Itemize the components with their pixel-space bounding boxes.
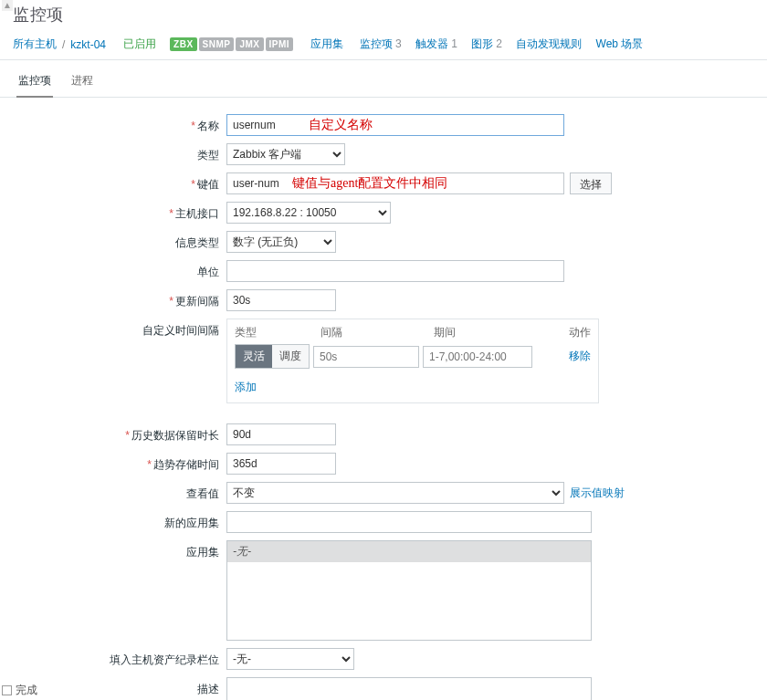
label-unit: 单位 xyxy=(197,266,219,278)
nav-items[interactable]: 监控项3 xyxy=(360,37,402,52)
label-newapp: 新的应用集 xyxy=(164,517,219,529)
history-input[interactable] xyxy=(226,423,336,445)
label-inventory: 填入主机资产纪录栏位 xyxy=(110,653,219,666)
interval-period-input[interactable] xyxy=(423,346,532,368)
description-textarea[interactable] xyxy=(226,677,592,700)
interval-remove-link[interactable]: 移除 xyxy=(569,349,591,364)
label-interface: 主机接口 xyxy=(175,207,219,220)
key-select-button[interactable]: 选择 xyxy=(570,172,612,194)
label-trends: 趋势存储时间 xyxy=(153,458,219,471)
nav-graphs[interactable]: 图形2 xyxy=(471,37,502,52)
infotype-select[interactable]: 数字 (无正负) xyxy=(226,231,336,253)
label-name: 名称 xyxy=(197,120,219,132)
footer: 完成 xyxy=(2,681,37,700)
nav-applications[interactable]: 应用集 xyxy=(310,37,346,52)
app-option-none[interactable]: -无- xyxy=(227,541,591,562)
breadcrumb-host[interactable]: kzkt-04 xyxy=(70,38,106,51)
type-select[interactable]: Zabbix 客户端 xyxy=(226,143,345,165)
nav-triggers[interactable]: 触发器1 xyxy=(415,37,457,52)
unit-input[interactable] xyxy=(226,260,564,282)
newapp-input[interactable] xyxy=(226,511,592,533)
label-history: 历史数据保留时长 xyxy=(131,429,219,442)
host-navbar: 所有主机 / kzkt-04 已启用 ZBX SNMP JMX IPMI 应用集… xyxy=(0,33,767,60)
label-type: 类型 xyxy=(197,149,219,162)
name-input[interactable] xyxy=(226,114,564,136)
trends-input[interactable] xyxy=(226,453,336,475)
interface-select[interactable]: 192.168.8.22 : 10050 xyxy=(226,202,391,224)
breadcrumb-all-hosts[interactable]: 所有主机 xyxy=(13,37,57,52)
interval-value-input[interactable] xyxy=(313,346,419,368)
applications-listbox[interactable]: -无- xyxy=(226,540,592,641)
label-showvalue: 查看值 xyxy=(186,487,219,500)
status-enabled: 已启用 xyxy=(123,37,156,52)
badge-snmp: SNMP xyxy=(199,37,235,51)
seg-scheduling[interactable]: 调度 xyxy=(272,345,309,368)
annotation-key: 键值与agent配置文件中相同 xyxy=(292,175,447,192)
label-apps: 应用集 xyxy=(186,546,219,559)
breadcrumb-sep: / xyxy=(62,38,65,51)
ih-type: 类型 xyxy=(235,325,320,340)
nav-web[interactable]: Web 场景 xyxy=(596,37,644,52)
interface-badges: ZBX SNMP JMX IPMI xyxy=(170,37,293,51)
footer-done: 完成 xyxy=(16,683,37,698)
scroll-up-icon: ▲ xyxy=(2,0,13,11)
label-description: 描述 xyxy=(197,683,219,695)
ih-interval: 间隔 xyxy=(320,325,434,340)
ih-period: 期间 xyxy=(434,325,554,340)
interval-type-segment: 灵活 调度 xyxy=(235,344,310,369)
inventory-select[interactable]: -无- xyxy=(226,648,354,670)
label-update-interval: 更新间隔 xyxy=(175,295,219,308)
ih-action: 动作 xyxy=(554,325,591,340)
page-title: 监控项 xyxy=(0,0,767,33)
label-infotype: 信息类型 xyxy=(175,236,219,249)
tab-items[interactable]: 监控项 xyxy=(16,68,53,98)
badge-jmx: JMX xyxy=(236,37,263,51)
footer-stop-icon xyxy=(2,685,12,695)
item-form: *名称 自定义名称 类型 Zabbix 客户端 *键值 选择 键值与agent配… xyxy=(0,98,767,700)
update-interval-input[interactable] xyxy=(226,289,336,311)
label-key: 键值 xyxy=(197,178,219,191)
badge-ipmi: IPMI xyxy=(266,37,294,51)
showvalue-select[interactable]: 不变 xyxy=(226,482,564,504)
tabs: 监控项 进程 xyxy=(0,60,767,98)
badge-zbx: ZBX xyxy=(170,37,197,51)
nav-discovery[interactable]: 自动发现规则 xyxy=(516,37,582,52)
label-custom-interval: 自定义时间间隔 xyxy=(142,324,219,337)
seg-flexible[interactable]: 灵活 xyxy=(236,345,272,368)
interval-add-link[interactable]: 添加 xyxy=(227,376,264,402)
showvalue-mapping-link[interactable]: 展示值映射 xyxy=(570,486,625,501)
annotation-name: 自定义名称 xyxy=(309,117,373,133)
tab-process[interactable]: 进程 xyxy=(69,68,95,98)
custom-interval-box: 类型 间隔 期间 动作 灵活 调度 移除 添加 xyxy=(226,319,599,403)
